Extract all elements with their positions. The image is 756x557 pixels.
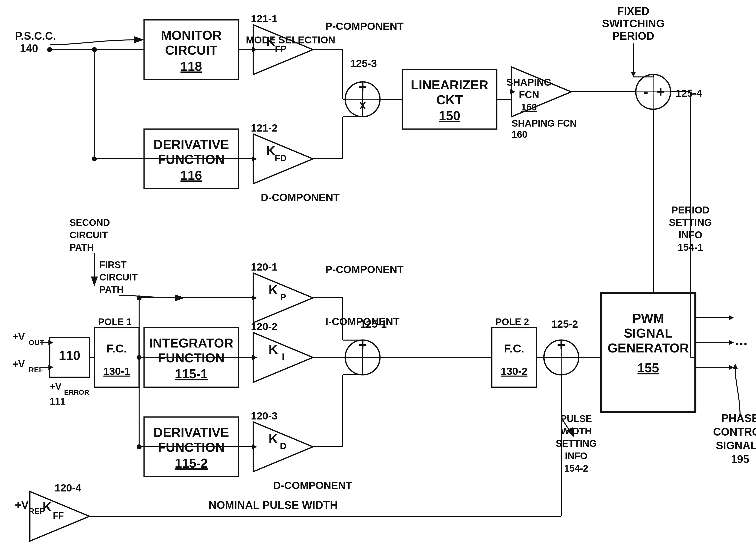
- pulse-width-label3: SETTING: [556, 438, 597, 449]
- vref-label-110: +V: [12, 358, 25, 369]
- pwm-label2: SIGNAL: [624, 326, 673, 340]
- ki-label: K: [269, 342, 278, 356]
- node-120-3-label: 120-3: [251, 410, 277, 422]
- fixed-switching-label1: FIXED: [617, 5, 649, 17]
- vout-label: +V: [12, 331, 25, 342]
- kff-subscript: FF: [53, 510, 64, 521]
- verror-number: 111: [50, 396, 65, 407]
- pole-2-label: POLE 2: [496, 317, 529, 327]
- p-component-mid-label: P-COMPONENT: [325, 264, 403, 275]
- shaping-fcn-label-ext: SHAPING FCN: [512, 118, 577, 128]
- monitor-circuit-label: MONITOR: [161, 28, 222, 42]
- pwm-label3: GENERATOR: [608, 341, 689, 355]
- node-125-2-label: 125-2: [551, 318, 578, 330]
- node-dot-kd: [137, 444, 142, 449]
- integrator-number: 115-1: [175, 367, 208, 381]
- d-component-bot-label: D-COMPONENT: [273, 479, 352, 491]
- verror-sub: ERROR: [64, 388, 89, 396]
- node-120-4-label: 120-4: [55, 482, 81, 494]
- second-circuit-path-label3: PATH: [69, 242, 94, 253]
- node-120-2-label: 120-2: [251, 321, 277, 332]
- node-121-1-label: 121-1: [251, 13, 277, 25]
- shaping-fcn-label2: FCN: [519, 89, 539, 100]
- pulse-width-number: 154-2: [564, 463, 588, 474]
- derivative-116-label1: DERIVATIVE: [153, 137, 229, 152]
- kfd-label: K: [266, 144, 275, 158]
- i-component-label: I-COMPONENT: [325, 316, 400, 327]
- kd-label: K: [269, 431, 278, 446]
- shaping-fcn-number: 160: [521, 102, 537, 112]
- pulse-width-label4: INFO: [565, 451, 588, 461]
- phase-control-label3: SIGNALS: [716, 439, 756, 451]
- summer-110-label: 110: [59, 348, 81, 363]
- fc-130-1-box: [94, 328, 139, 387]
- fc-130-2-box: [492, 328, 536, 387]
- nominal-pulse-width-label: NOMINAL PULSE WIDTH: [208, 499, 338, 511]
- pwm-dots: ...: [735, 332, 748, 348]
- second-circuit-path-label2: CIRCUIT: [69, 230, 108, 240]
- node-121-2-label: 121-2: [251, 122, 277, 134]
- linearizer-label1: LINEARIZER: [411, 78, 488, 92]
- vref-sub-110: REF: [29, 365, 44, 374]
- monitor-circuit-label2: CIRCUIT: [165, 43, 218, 57]
- linearizer-label2: CKT: [437, 93, 463, 107]
- node-120-1-label: 120-1: [251, 261, 277, 273]
- second-circuit-path-label1: SECOND: [69, 217, 110, 228]
- p-component-top-label: P-COMPONENT: [325, 20, 403, 32]
- node-125-4-label: 125-4: [675, 87, 702, 99]
- kp-subscript: P: [280, 292, 286, 302]
- pscc-number: 140: [20, 42, 38, 54]
- pulse-width-label1: PULSE: [561, 413, 592, 424]
- vref-ff-sub: REF: [29, 507, 45, 516]
- linearizer-number: 150: [439, 109, 460, 123]
- d-component-top-label: D-COMPONENT: [261, 192, 340, 203]
- node-dot-380-200: [92, 47, 97, 52]
- fc-130-2-number: 130-2: [501, 365, 527, 377]
- phase-control-number: 195: [731, 453, 749, 465]
- node-dot-200-200: [47, 47, 52, 52]
- fc-130-1-label: F.C.: [107, 342, 127, 355]
- node-dot-380-640: [92, 156, 97, 162]
- pwm-label1: PWM: [632, 311, 664, 325]
- pscc-label: P.S.C.C.: [15, 30, 56, 42]
- integrator-label1: INTEGRATOR: [149, 336, 233, 350]
- mode-selection-label: MODE SELECTION: [246, 34, 335, 46]
- kfd-subscript: FD: [275, 153, 287, 163]
- kfp-subscript: FP: [275, 44, 286, 54]
- node-125-3-label: 125-3: [350, 58, 377, 69]
- verror-label: +V: [50, 381, 62, 392]
- derivative-115-2-label1: DERIVATIVE: [153, 425, 229, 440]
- fixed-switching-label2: SWITCHING: [602, 18, 665, 30]
- phase-control-label1: PHASE: [721, 412, 756, 424]
- phase-control-label2: CONTROL: [713, 426, 756, 438]
- derivative-116-number: 116: [180, 168, 202, 182]
- pulse-width-label2: WIDTH: [561, 426, 592, 436]
- first-circuit-path-label2: CIRCUIT: [99, 272, 138, 283]
- kd-subscript: D: [280, 441, 286, 451]
- derivative-115-2-number: 115-2: [175, 456, 208, 470]
- shaping-fcn-label: SHAPING: [506, 77, 552, 88]
- first-circuit-path-label3: PATH: [99, 285, 124, 295]
- vref-ff-label: +V: [15, 499, 29, 511]
- shaping-fcn-label-ext2: 160: [512, 129, 527, 140]
- first-circuit-path-label1: FIRST: [99, 260, 127, 270]
- monitor-circuit-number: 118: [180, 59, 202, 74]
- fixed-switching-label3: PERIOD: [612, 30, 654, 42]
- pwm-number: 155: [638, 361, 659, 375]
- fc-130-2-label: F.C.: [504, 342, 524, 355]
- fc-130-1-number: 130-1: [103, 365, 130, 377]
- pole-1-label: POLE 1: [98, 317, 132, 327]
- ki-subscript: I: [282, 352, 284, 362]
- kp-label: K: [269, 283, 278, 297]
